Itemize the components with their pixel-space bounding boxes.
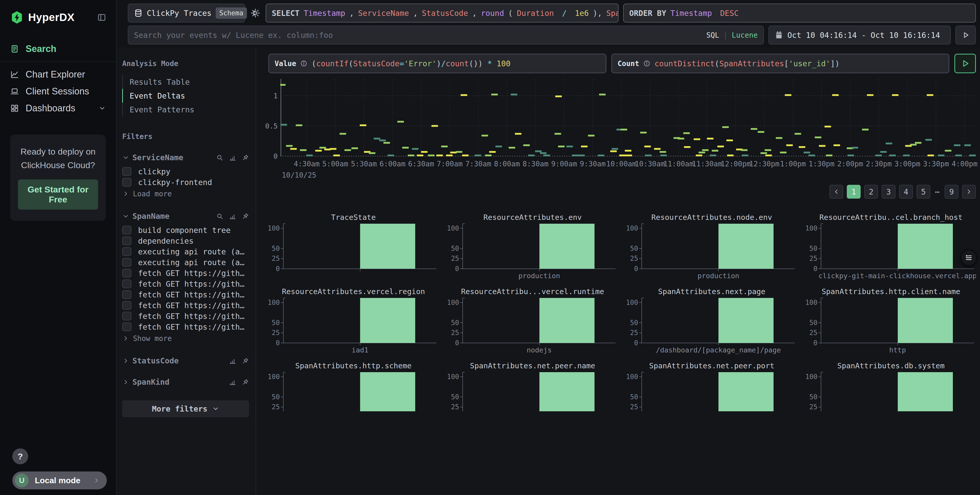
pagination-page-2[interactable]: 2 <box>864 185 878 198</box>
source-settings-button[interactable] <box>250 3 261 22</box>
date-range-text: Oct 10 04:16:14 - Oct 10 16:16:14 <box>788 31 940 40</box>
checkbox[interactable] <box>122 226 131 235</box>
filter-option[interactable]: fetch GET https://github.… <box>122 268 249 278</box>
attribute-chart-tracestate: TraceState 100 50 25 0 <box>269 213 439 281</box>
pagination-page-3[interactable]: 3 <box>881 185 896 198</box>
pin-icon[interactable] <box>242 379 249 386</box>
lang-sql-button[interactable]: SQL <box>706 31 719 40</box>
checkbox[interactable] <box>122 247 131 256</box>
x-axis-tick: 7:00am <box>437 160 463 168</box>
pin-icon[interactable] <box>242 357 249 365</box>
more-filters-button[interactable]: More filters <box>122 400 249 417</box>
count-expression-input[interactable]: Count countDistinct(SpanAttributes['user… <box>611 54 949 73</box>
help-button[interactable]: ? <box>12 448 28 464</box>
filter-option[interactable]: dependencies <box>122 235 249 246</box>
bar-category-label: nodejs <box>527 346 552 354</box>
run-query-button[interactable] <box>955 25 976 44</box>
bars-icon[interactable] <box>229 357 236 365</box>
filter-option-label: fetch GET https://github.… <box>138 269 249 278</box>
svg-text:50: 50 <box>451 319 459 327</box>
search-icon[interactable] <box>216 213 223 220</box>
filter-option[interactable]: executing api route (app)… <box>122 246 249 257</box>
bar-category-label: iad1 <box>352 346 368 354</box>
get-started-button[interactable]: Get Started for Free <box>18 179 98 209</box>
chart-y-axis: 10.50 <box>269 77 280 180</box>
checkbox[interactable] <box>122 236 131 245</box>
filter-show-more[interactable]: Show more <box>122 333 249 344</box>
filter-option[interactable]: fetch GET https://github.… <box>122 289 249 300</box>
orderby-expression-input[interactable]: ORDER BY Timestamp DESC <box>623 3 976 22</box>
analysis-mode-event-deltas[interactable]: Event Deltas <box>122 89 249 103</box>
bars-icon[interactable] <box>229 379 236 386</box>
filter-option[interactable]: fetch GET https://github.… <box>122 322 249 332</box>
topbar: ClickPy Traces Schema SELECT Timestamp, … <box>116 0 980 48</box>
sidebar-item-client-sessions[interactable]: Client Sessions <box>0 83 116 100</box>
pagination-prev-button[interactable] <box>829 185 843 198</box>
checkbox[interactable] <box>122 322 131 331</box>
search-input[interactable] <box>134 31 702 40</box>
checkbox[interactable] <box>122 301 131 310</box>
chevR-icon <box>122 190 129 197</box>
bars-icon[interactable] <box>229 213 236 220</box>
event-search-bar[interactable]: SQL | Lucene <box>128 25 764 44</box>
pagination-page-4[interactable]: 4 <box>899 185 913 198</box>
user-menu[interactable]: U Local mode <box>12 471 107 489</box>
svg-text:100: 100 <box>806 299 817 306</box>
bar-plot: 100 50 25 0 <box>806 372 976 411</box>
checkbox[interactable] <box>122 178 131 187</box>
value-expression-input[interactable]: Value (countIf(StatusCode='Error')/count… <box>269 54 606 73</box>
laptop-icon <box>10 87 19 96</box>
filter-option[interactable]: clickpy-frontend <box>122 177 249 187</box>
bar-category-label: production <box>519 272 560 280</box>
filter-section-statuscode[interactable]: StatusCode <box>122 356 249 365</box>
checkbox[interactable] <box>122 167 131 176</box>
bar-plot: 100 50 25 0 <box>627 372 797 411</box>
date-range-picker[interactable]: Oct 10 04:16:14 - Oct 10 16:16:14 <box>768 25 951 44</box>
filter-option[interactable]: fetch GET https://github.… <box>122 300 249 311</box>
bar-plot: 100 50 25 0 <box>269 372 439 411</box>
pagination-next-button[interactable] <box>962 185 976 198</box>
collapse-sidebar-icon[interactable] <box>96 12 107 23</box>
checkbox[interactable] <box>122 258 131 267</box>
bars-icon[interactable] <box>229 154 236 161</box>
sidebar-item-chart-explorer[interactable]: Chart Explorer <box>0 66 116 83</box>
checkbox[interactable] <box>122 269 131 278</box>
filter-section-spankind[interactable]: SpanKind <box>122 378 249 387</box>
lang-lucene-button[interactable]: Lucene <box>732 31 758 40</box>
x-axis-tick: 4:30am <box>294 160 320 168</box>
filter-option[interactable]: fetch GET https://github.… <box>122 311 249 322</box>
analysis-mode-event-patterns[interactable]: Event Patterns <box>122 103 249 116</box>
chart-settings-fab[interactable] <box>961 249 977 266</box>
checkbox[interactable] <box>122 312 131 320</box>
filter-option[interactable]: clickpy <box>122 166 249 177</box>
attribute-chart-spanattributes-http-scheme: SpanAttributes.http.scheme 100 50 25 0 h… <box>269 362 439 411</box>
sidebar-item-dashboards[interactable]: Dashboards <box>0 100 116 117</box>
pagination-page-9[interactable]: 9 <box>945 185 958 198</box>
filter-option[interactable]: fetch GET https://github.… <box>122 278 249 289</box>
filter-option[interactable]: executing api route (app)… <box>122 257 249 268</box>
run-aggregation-button[interactable] <box>955 54 976 73</box>
pin-icon[interactable] <box>242 213 249 220</box>
promo-line2: ClickHouse Cloud? <box>18 159 98 172</box>
filter-section-actions <box>216 154 249 161</box>
checkbox[interactable] <box>122 290 131 299</box>
pagination-page-5[interactable]: 5 <box>916 185 930 198</box>
checkbox[interactable] <box>122 279 131 288</box>
attribute-chart-spanattributes-next-page: SpanAttributes.next.page 100 50 25 0 /da… <box>627 287 797 355</box>
svg-text:50: 50 <box>809 319 817 327</box>
filter-load-more[interactable]: Load more <box>122 188 249 199</box>
scatter-plot <box>280 77 976 159</box>
select-expression-input[interactable]: SELECT Timestamp, ServiceName, StatusCod… <box>266 3 619 22</box>
analysis-mode-results-table[interactable]: Results Table <box>122 75 249 89</box>
data-source-select[interactable]: ClickPy Traces Schema <box>128 3 245 22</box>
pagination-page-1[interactable]: 1 <box>847 185 861 198</box>
svg-text:50: 50 <box>272 319 280 327</box>
search-icon[interactable] <box>216 154 223 161</box>
svg-text:0: 0 <box>276 339 280 346</box>
filter-option[interactable]: build component tree <box>122 225 249 235</box>
sidebar-item-search[interactable]: Search <box>0 40 116 57</box>
grid-icon <box>10 104 19 113</box>
pin-icon[interactable] <box>242 154 249 161</box>
filter-section-servicename[interactable]: ServiceName <box>122 153 249 162</box>
filter-section-spanname[interactable]: SpanName <box>122 212 249 221</box>
